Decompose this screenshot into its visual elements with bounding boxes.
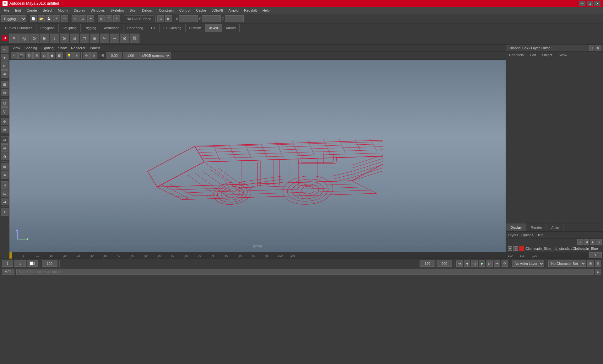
shelf-btn-9[interactable]: ⊞	[90, 34, 99, 43]
vp-float-input-2[interactable]	[123, 52, 139, 59]
tab-fx[interactable]: FX	[147, 24, 160, 32]
anim-layer-dropdown[interactable]: No Anim Layer	[512, 260, 544, 267]
vp-toolbar-lights[interactable]: 💡	[66, 52, 73, 59]
workspace-dropdown[interactable]: Rigging	[1, 15, 26, 22]
anim-checkbox[interactable]	[30, 261, 34, 265]
render-button[interactable]: ▶	[165, 15, 172, 22]
menu-cache[interactable]: Cache	[193, 7, 209, 13]
select-tool-button[interactable]: ↖	[72, 15, 79, 22]
hud-lt[interactable]: ◈	[1, 171, 8, 179]
anim-next-key-btn[interactable]: ⏭	[494, 260, 500, 267]
viewport-3d[interactable]: x y persp	[9, 60, 506, 252]
tab-rigging[interactable]: Rigging	[81, 24, 100, 32]
viewport-menu-view[interactable]: View	[11, 46, 22, 51]
quick-sel-lt[interactable]: +	[1, 208, 8, 216]
timeline-ruler[interactable]: 1 5 10 15 20 25 30 35 40 45 50 55 60	[9, 252, 506, 259]
artisan-lt[interactable]: ⊛	[1, 126, 8, 133]
anim-range-end[interactable]	[420, 260, 435, 267]
layer-nav-prev-prev[interactable]: ⏮	[577, 239, 583, 245]
paint-select-button[interactable]: ✦	[87, 15, 94, 22]
z-coord-input[interactable]	[225, 15, 244, 22]
new-scene-button[interactable]: 📄	[30, 15, 37, 22]
script-editor-btn[interactable]: ⊡	[595, 269, 601, 275]
channel-box-close[interactable]: ✕	[595, 46, 600, 51]
viewport-menu-panels[interactable]: Panels	[88, 46, 102, 51]
tab-curves-surfaces[interactable]: Curves / Surfaces	[1, 24, 36, 32]
anim-char-btn-1[interactable]: ⊞	[587, 260, 594, 267]
cb-tab-object[interactable]: Object	[539, 51, 555, 58]
select-tool-lt[interactable]: ↖	[1, 46, 8, 53]
layer-tab-anim[interactable]: Anim	[547, 223, 564, 231]
anim-loop-btn[interactable]: ⟳	[502, 260, 508, 267]
save-scene-button[interactable]: 💾	[46, 15, 52, 22]
xray-active-lt[interactable]: ◑	[1, 153, 8, 160]
vp-toolbar-isolate[interactable]: ⊙	[83, 52, 90, 59]
menu-modify[interactable]: Modify	[55, 7, 70, 13]
shelf-btn-11[interactable]: ↔	[110, 34, 119, 43]
extra-lt-3[interactable]: ⊐	[1, 198, 8, 205]
y-coord-input[interactable]	[202, 15, 221, 22]
anim-play-btn[interactable]: ▶	[479, 260, 485, 267]
shelf-btn-4[interactable]: ⊕	[40, 34, 49, 43]
layer-nav-next[interactable]: ▶	[590, 239, 595, 245]
rotate-tool-lt[interactable]: ⟳	[1, 62, 8, 70]
scale-tool-lt[interactable]: ⊕	[1, 70, 8, 78]
menu-control[interactable]: Control	[177, 7, 193, 13]
vp-toolbar-frame-sel[interactable]: ⊞	[33, 52, 40, 59]
timeline[interactable]: 1 5 10 15 20 25 30 35 40 45 50 55 60	[0, 252, 603, 259]
cb-tab-channels[interactable]: Channels	[506, 51, 527, 58]
xray-lt[interactable]: ⊚	[1, 136, 8, 144]
anim-end-frame[interactable]	[42, 260, 57, 267]
cb-tab-edit[interactable]: Edit	[527, 51, 539, 58]
snap-point-button[interactable]: +	[113, 15, 120, 22]
maximize-button[interactable]: □	[587, 1, 593, 6]
anim-prev-frame-btn[interactable]: ◀	[464, 260, 470, 267]
snap-curve-button[interactable]: ⌒	[106, 15, 112, 22]
layer-color-swatch[interactable]	[519, 246, 524, 251]
menu-create[interactable]: Create	[24, 7, 40, 13]
command-input[interactable]	[16, 269, 594, 275]
no-char-set-dropdown[interactable]: No Character Set	[548, 260, 586, 267]
minimize-button[interactable]: ─	[579, 1, 585, 6]
shelf-btn-13[interactable]: ⌘	[130, 34, 139, 43]
vp-toolbar-camera[interactable]: 📷	[18, 52, 25, 59]
anim-prev-key-btn[interactable]: ⏮	[456, 260, 463, 267]
render-lt[interactable]: ◻	[1, 99, 8, 107]
shelf-btn-7[interactable]: ⊡	[70, 34, 79, 43]
move-tool-lt[interactable]: ✦	[1, 54, 8, 62]
viewport-menu-renderer[interactable]: Renderer	[69, 46, 87, 51]
layer-options-layers[interactable]: Layers	[508, 233, 518, 237]
menu-deform[interactable]: Deform	[139, 7, 156, 13]
menu-help[interactable]: Help	[260, 7, 272, 13]
shelf-btn-6[interactable]: ⊘	[60, 34, 69, 43]
layer-tab-display[interactable]: Display	[506, 223, 526, 231]
tab-xgen[interactable]: XGen	[205, 24, 222, 32]
shelf-btn-8[interactable]: ◻	[80, 34, 89, 43]
extra-lt-1[interactable]: ⊎	[1, 181, 8, 189]
vp-float-input-1[interactable]	[106, 52, 122, 59]
layer-visibility-v[interactable]: V	[508, 246, 512, 251]
shelf-btn-3[interactable]: ⊙	[30, 34, 39, 43]
layer-nav-next-next[interactable]: ⏭	[596, 239, 602, 245]
anim-current-frame[interactable]	[14, 260, 26, 267]
ipr-lt[interactable]: ⬡	[1, 107, 8, 115]
vp-toolbar-select[interactable]: ↖	[11, 52, 18, 59]
shelf-btn-10[interactable]: ✂	[100, 34, 109, 43]
menu-constrain[interactable]: Constrain	[156, 7, 176, 13]
tab-sculpting[interactable]: Sculpting	[59, 24, 81, 32]
open-scene-button[interactable]: 📂	[38, 15, 45, 22]
viewport-menu-shading[interactable]: Shading	[23, 46, 39, 51]
menu-redshift[interactable]: Redshift	[242, 7, 259, 13]
anim-total-end[interactable]	[437, 260, 452, 267]
snap-grid-button[interactable]: ⊞	[98, 15, 105, 22]
menu-skin[interactable]: Skin	[127, 7, 139, 13]
menu-file[interactable]: File	[1, 7, 12, 13]
vp-toolbar-smooth[interactable]: ◼	[48, 52, 55, 59]
render-settings-button[interactable]: ⊡	[157, 15, 164, 22]
tab-polygons[interactable]: Polygons	[36, 24, 58, 32]
paint-effects-lt[interactable]: ⊙	[1, 118, 8, 125]
undo-button[interactable]: ↶	[53, 15, 60, 22]
anim-char-btn-2[interactable]: ⊟	[595, 260, 601, 267]
anim-start-frame[interactable]	[2, 260, 13, 267]
color-mode-dropdown[interactable]: sRGB gamma	[139, 52, 171, 59]
